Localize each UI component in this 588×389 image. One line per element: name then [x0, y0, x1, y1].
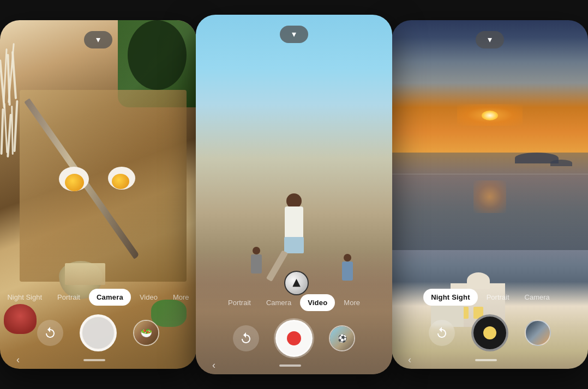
nav-indicator-center [279, 364, 301, 367]
thumb-food-icon: 🥗 [134, 321, 158, 345]
shutter-inner [82, 317, 114, 349]
person-back-right [342, 254, 353, 281]
horizon-line [392, 174, 588, 174]
back-button-left[interactable]: ‹ [16, 354, 20, 366]
chevron-button-right[interactable]: ▾ [476, 31, 504, 48]
soccer-ball [284, 271, 309, 295]
chevron-down-icon-center: ▾ [292, 30, 296, 39]
tab-camera-center[interactable]: Camera [260, 294, 298, 311]
phone-center: ▾ Portrait Camera Video More [196, 15, 392, 374]
video-button-center[interactable] [275, 320, 313, 357]
building-dome [467, 272, 490, 289]
thumbnail-right[interactable] [525, 320, 551, 346]
phone-left-screen: ▾ Night Sight Portrait Camera Video More [0, 20, 196, 369]
sun-core [482, 111, 498, 120]
person-shorts [284, 237, 304, 253]
camera-controls-left: Night Sight Portrait Camera Video More [0, 289, 196, 369]
mini-head-right [344, 254, 351, 262]
tab-video-active[interactable]: Video [300, 294, 335, 311]
nav-indicator-left [83, 359, 105, 361]
cutting-board [20, 90, 187, 282]
action-row-left: 🥗 [37, 314, 159, 351]
nav-bar-center: ‹ [196, 360, 392, 371]
night-sight-button[interactable] [471, 314, 508, 351]
top-bar-right: ▾ [392, 31, 588, 48]
top-bar-left: ▾ [0, 31, 196, 48]
action-row-right [429, 314, 551, 351]
thumbnail-center[interactable]: ⚽ [329, 325, 355, 351]
person-back-left [251, 247, 262, 273]
egg-yolk-2 [112, 174, 129, 189]
person-body [285, 206, 303, 239]
tab-portrait[interactable]: Portrait [51, 289, 87, 306]
phone-center-screen: ▾ Portrait Camera Video More [196, 15, 392, 374]
rotate-icon-right [435, 326, 448, 339]
mode-tabs-left: Night Sight Portrait Camera Video More [0, 289, 196, 306]
chevron-button-center[interactable]: ▾ [280, 26, 308, 43]
water-reflection [473, 180, 506, 213]
mini-body-left [251, 254, 262, 273]
tab-more[interactable]: More [166, 289, 196, 306]
egg-yolk-1 [65, 174, 84, 191]
back-button-right[interactable]: ‹ [408, 354, 411, 366]
chevron-down-icon: ▾ [96, 35, 100, 44]
tab-portrait-right[interactable]: Portrait [480, 289, 516, 306]
record-dot [287, 331, 301, 345]
tab-night-sight[interactable]: Night Sight [1, 289, 49, 306]
camera-controls-center: Portrait Camera Video More [196, 294, 392, 374]
island-2 [550, 160, 572, 166]
nav-indicator-right [475, 359, 497, 361]
mini-head-left [253, 247, 260, 254]
camera-controls-right: Night Sight Portrait Camera [392, 289, 588, 369]
grain-fill [65, 263, 105, 285]
tab-camera-right[interactable]: Camera [518, 289, 556, 306]
mode-tabs-center: Portrait Camera Video More [196, 294, 392, 311]
chevron-down-icon-right: ▾ [488, 35, 492, 44]
phone-left: ▾ Night Sight Portrait Camera Video More [0, 20, 196, 369]
tab-video[interactable]: Video [133, 289, 164, 306]
moon-icon [483, 326, 496, 339]
rotate-icon-center [239, 332, 253, 345]
mini-body-right [342, 262, 353, 281]
mode-tabs-right: Night Sight Portrait Camera [392, 289, 588, 306]
phone-right-screen: ▾ Night Sight Portrait Camera [392, 20, 588, 369]
shutter-button-left[interactable] [80, 314, 117, 351]
nav-bar-right: ‹ [392, 354, 588, 366]
phone-right: ▾ Night Sight Portrait Camera [392, 20, 588, 369]
tab-portrait-center[interactable]: Portrait [221, 294, 257, 311]
back-button-center[interactable]: ‹ [212, 360, 215, 371]
rotate-icon [44, 326, 57, 339]
thumbnail-left[interactable]: 🥗 [133, 320, 159, 346]
rotate-button-left[interactable] [37, 320, 63, 346]
phones-container: ▾ Night Sight Portrait Camera Video More [0, 0, 588, 389]
rotate-button-center[interactable] [233, 325, 259, 351]
tab-more-center[interactable]: More [337, 294, 367, 311]
tab-camera-active[interactable]: Camera [89, 289, 131, 306]
action-row-center: ⚽ [233, 320, 355, 357]
tab-night-sight-active[interactable]: Night Sight [423, 289, 478, 306]
rotate-button-right[interactable] [429, 320, 455, 346]
thumb-beach-icon: ⚽ [330, 326, 354, 350]
chevron-button-left[interactable]: ▾ [84, 31, 112, 48]
top-bar-center: ▾ [196, 26, 392, 43]
nav-bar-left: ‹ [0, 354, 196, 366]
